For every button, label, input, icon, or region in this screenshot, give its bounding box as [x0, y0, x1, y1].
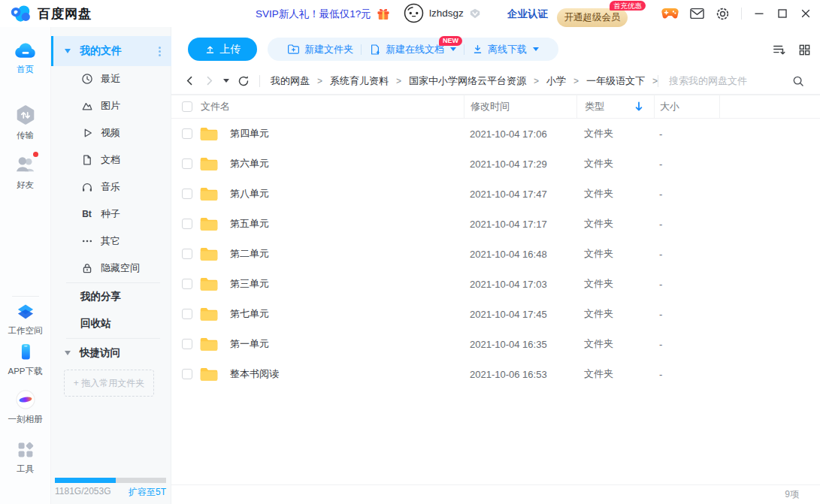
file-name[interactable]: 第四单元	[230, 127, 269, 140]
gift-icon[interactable]	[376, 6, 391, 22]
svip-promo-link[interactable]: SVIP新人礼！最低仅1?元	[256, 8, 371, 21]
table-row[interactable]: 第三单元 2021-10-04 17:03 文件夹 -	[171, 269, 820, 299]
back-button[interactable]	[184, 75, 195, 86]
file-time: 2021-10-04 17:17	[464, 209, 576, 239]
app-title: 百度网盘	[38, 5, 92, 23]
offline-download-button[interactable]: 离线下载	[464, 43, 546, 56]
file-name[interactable]: 第二单元	[230, 247, 269, 261]
sidebar-item-others[interactable]: 其它	[51, 228, 171, 255]
sidebar-item-my-shares[interactable]: 我的分享	[51, 283, 171, 310]
rail-item-album[interactable]: 一刻相册	[0, 389, 50, 425]
chevron-down-icon[interactable]	[65, 49, 71, 53]
column-header-size[interactable]: 大小	[660, 100, 679, 113]
sort-desc-icon[interactable]	[634, 101, 643, 112]
file-name[interactable]: 整本书阅读	[230, 367, 279, 381]
upload-button[interactable]: 上传	[188, 38, 257, 61]
user-account[interactable]: lzhdsgz	[404, 3, 481, 23]
sidebar-item-my-files[interactable]: 我的文件	[51, 36, 171, 66]
table-row[interactable]: 第四单元 2021-10-04 17:06 文件夹 -	[171, 119, 820, 149]
sidebar-item-pictures[interactable]: 图片	[51, 92, 171, 119]
search-input[interactable]	[669, 75, 789, 86]
row-checkbox[interactable]	[182, 158, 192, 169]
table-row[interactable]: 第一单元 2021-10-04 16:35 文件夹 -	[171, 329, 820, 359]
settings-gear-icon[interactable]	[716, 7, 730, 21]
sidebar-item-videos[interactable]: 视频	[51, 119, 171, 146]
titlebar-divider	[741, 8, 742, 20]
breadcrumb-item[interactable]: 小学	[546, 74, 566, 88]
minimize-button[interactable]	[753, 8, 765, 20]
close-button[interactable]	[800, 8, 812, 20]
transfer-icon	[0, 104, 50, 126]
forward-button[interactable]	[204, 75, 215, 86]
row-checkbox[interactable]	[182, 249, 192, 259]
row-checkbox[interactable]	[182, 128, 192, 139]
file-type: 文件夹	[576, 149, 654, 179]
maximize-button[interactable]	[776, 8, 788, 20]
refresh-icon[interactable]	[238, 75, 250, 87]
enterprise-cert-link[interactable]: 企业认证	[507, 8, 548, 21]
chevron-down-icon	[450, 47, 456, 51]
messages-icon[interactable]	[690, 8, 704, 20]
table-row[interactable]: 第二单元 2021-10-04 16:48 文件夹 -	[171, 239, 820, 269]
breadcrumb-item[interactable]: 国家中小学网络云平台资源	[409, 74, 526, 88]
chevron-down-icon[interactable]	[65, 351, 71, 355]
table-row[interactable]: 整本书阅读 2021-10-06 16:53 文件夹 -	[171, 359, 820, 389]
row-checkbox[interactable]	[182, 189, 192, 199]
sidebar-item-hidden-space[interactable]: 隐藏空间	[51, 255, 171, 282]
breadcrumb-item[interactable]: 我的网盘	[271, 74, 310, 88]
history-dropdown-icon[interactable]	[223, 79, 229, 83]
games-icon[interactable]	[661, 8, 679, 20]
rail-item-friends[interactable]: 好友	[0, 153, 50, 191]
file-name[interactable]: 第七单元	[230, 307, 269, 321]
avatar[interactable]	[404, 3, 424, 23]
breadcrumb-item-current[interactable]: 一年级语文下	[586, 74, 645, 88]
drag-folder-dropzone[interactable]: + 拖入常用文件夹	[64, 370, 154, 397]
rail-label: 传输	[0, 130, 50, 141]
sidebar-item-torrents[interactable]: Bt 种子	[51, 201, 171, 228]
row-checkbox[interactable]	[182, 369, 192, 379]
file-name[interactable]: 第三单元	[230, 277, 269, 291]
sidebar-item-recent[interactable]: 最近	[51, 65, 171, 92]
file-name[interactable]: 第六单元	[230, 157, 269, 171]
file-name[interactable]: 第五单元	[230, 217, 269, 231]
row-checkbox[interactable]	[182, 219, 192, 229]
breadcrumb-item[interactable]: 系统育儿资料	[330, 74, 389, 88]
select-all-checkbox[interactable]	[182, 101, 192, 112]
rail-item-workspace[interactable]: 工作空间	[0, 302, 50, 337]
breadcrumb-separator: >	[573, 76, 579, 86]
storage-progressbar[interactable]	[55, 478, 166, 483]
new-folder-button[interactable]: 新建文件夹	[280, 43, 361, 56]
grid-view-icon[interactable]	[798, 44, 811, 56]
row-checkbox[interactable]	[182, 339, 192, 349]
sidebar-item-documents[interactable]: 文档	[51, 146, 171, 174]
file-size: -	[654, 269, 719, 299]
row-checkbox[interactable]	[182, 279, 192, 289]
more-menu-icon[interactable]	[159, 47, 161, 56]
sidebar-item-quick-access[interactable]: 快捷访问	[51, 340, 171, 367]
rail-item-app-download[interactable]: APP下载	[0, 343, 50, 377]
sort-list-icon[interactable]	[772, 43, 786, 56]
row-checkbox[interactable]	[182, 309, 192, 319]
chevron-down-icon	[533, 47, 539, 51]
file-name[interactable]: 第一单元	[230, 337, 269, 351]
column-header-name[interactable]: 文件名	[201, 100, 230, 113]
table-row[interactable]: 第六单元 2021-10-04 17:29 文件夹 -	[171, 149, 820, 179]
search-icon[interactable]	[792, 75, 804, 87]
new-online-doc-button[interactable]: NEW 新建在线文档	[362, 43, 464, 56]
table-row[interactable]: 第五单元 2021-10-04 17:17 文件夹 -	[171, 209, 820, 239]
rail-item-home[interactable]: 首页	[0, 41, 50, 75]
column-header-time[interactable]: 修改时间	[471, 100, 510, 113]
table-row[interactable]: 第七单元 2021-10-04 17:45 文件夹 -	[171, 299, 820, 329]
rail-item-transfer[interactable]: 传输	[0, 104, 50, 141]
file-name[interactable]: 第八单元	[230, 187, 269, 201]
file-type: 文件夹	[576, 119, 654, 149]
column-header-type[interactable]: 类型	[585, 100, 604, 113]
table-row[interactable]: 第八单元 2021-10-04 17:47 文件夹 -	[171, 179, 820, 209]
open-svip-button[interactable]: 开通超级会员	[557, 8, 628, 27]
expand-storage-link[interactable]: 扩容至5T	[129, 486, 166, 499]
sidebar-item-music[interactable]: 音乐	[51, 174, 171, 201]
ellipsis-icon	[80, 235, 93, 247]
vip-level-badge-icon[interactable]	[469, 8, 481, 19]
sidebar-item-recycle-bin[interactable]: 回收站	[51, 310, 171, 337]
rail-item-tools[interactable]: 工具	[0, 440, 50, 475]
